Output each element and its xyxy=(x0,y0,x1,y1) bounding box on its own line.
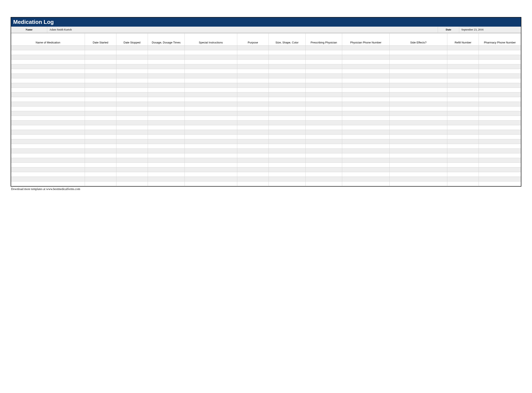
table-cell[interactable] xyxy=(447,60,479,64)
table-cell[interactable] xyxy=(11,158,85,163)
table-cell[interactable] xyxy=(85,64,116,69)
table-cell[interactable] xyxy=(237,149,268,153)
table-cell[interactable] xyxy=(237,107,268,111)
table-cell[interactable] xyxy=(268,135,305,139)
table-cell[interactable] xyxy=(85,102,116,107)
table-cell[interactable] xyxy=(148,144,184,149)
table-cell[interactable] xyxy=(342,93,389,97)
table-cell[interactable] xyxy=(184,107,237,111)
table-cell[interactable] xyxy=(305,125,342,130)
table-cell[interactable] xyxy=(184,116,237,121)
table-cell[interactable] xyxy=(148,50,184,55)
table-cell[interactable] xyxy=(447,167,479,172)
table-cell[interactable] xyxy=(342,153,389,158)
table-cell[interactable] xyxy=(479,79,521,83)
table-cell[interactable] xyxy=(184,102,237,107)
table-cell[interactable] xyxy=(237,97,268,102)
table-cell[interactable] xyxy=(447,50,479,55)
table-cell[interactable] xyxy=(85,125,116,130)
table-cell[interactable] xyxy=(11,97,85,102)
table-cell[interactable] xyxy=(447,111,479,116)
table-cell[interactable] xyxy=(342,163,389,167)
table-cell[interactable] xyxy=(389,139,447,144)
table-cell[interactable] xyxy=(447,83,479,88)
table-cell[interactable] xyxy=(237,93,268,97)
table-cell[interactable] xyxy=(85,116,116,121)
table-cell[interactable] xyxy=(11,130,85,135)
table-cell[interactable] xyxy=(447,182,479,186)
table-cell[interactable] xyxy=(389,163,447,167)
table-cell[interactable] xyxy=(268,64,305,69)
table-cell[interactable] xyxy=(237,111,268,116)
table-cell[interactable] xyxy=(148,97,184,102)
table-cell[interactable] xyxy=(11,182,85,186)
table-cell[interactable] xyxy=(342,60,389,64)
table-cell[interactable] xyxy=(447,135,479,139)
table-cell[interactable] xyxy=(342,74,389,79)
table-cell[interactable] xyxy=(11,69,85,74)
table-cell[interactable] xyxy=(389,153,447,158)
table-cell[interactable] xyxy=(342,130,389,135)
table-cell[interactable] xyxy=(389,102,447,107)
table-cell[interactable] xyxy=(85,111,116,116)
table-cell[interactable] xyxy=(85,60,116,64)
table-cell[interactable] xyxy=(305,163,342,167)
table-cell[interactable] xyxy=(85,149,116,153)
table-cell[interactable] xyxy=(148,172,184,177)
table-cell[interactable] xyxy=(237,139,268,144)
table-cell[interactable] xyxy=(11,88,85,93)
table-cell[interactable] xyxy=(479,69,521,74)
table-cell[interactable] xyxy=(268,79,305,83)
table-cell[interactable] xyxy=(148,60,184,64)
table-cell[interactable] xyxy=(342,97,389,102)
table-cell[interactable] xyxy=(479,139,521,144)
table-cell[interactable] xyxy=(148,163,184,167)
table-cell[interactable] xyxy=(116,177,148,182)
table-cell[interactable] xyxy=(479,60,521,64)
table-cell[interactable] xyxy=(148,102,184,107)
table-cell[interactable] xyxy=(237,167,268,172)
table-cell[interactable] xyxy=(447,130,479,135)
table-cell[interactable] xyxy=(389,83,447,88)
table-cell[interactable] xyxy=(237,116,268,121)
table-cell[interactable] xyxy=(85,121,116,125)
table-cell[interactable] xyxy=(11,153,85,158)
table-cell[interactable] xyxy=(11,46,85,50)
table-cell[interactable] xyxy=(305,97,342,102)
table-cell[interactable] xyxy=(116,97,148,102)
table-cell[interactable] xyxy=(479,144,521,149)
table-cell[interactable] xyxy=(184,149,237,153)
table-cell[interactable] xyxy=(85,144,116,149)
table-cell[interactable] xyxy=(479,130,521,135)
table-cell[interactable] xyxy=(268,163,305,167)
table-cell[interactable] xyxy=(447,149,479,153)
table-cell[interactable] xyxy=(305,50,342,55)
table-cell[interactable] xyxy=(342,102,389,107)
table-cell[interactable] xyxy=(342,116,389,121)
table-cell[interactable] xyxy=(148,158,184,163)
table-cell[interactable] xyxy=(389,97,447,102)
table-cell[interactable] xyxy=(11,177,85,182)
table-cell[interactable] xyxy=(116,153,148,158)
table-cell[interactable] xyxy=(479,125,521,130)
table-cell[interactable] xyxy=(447,46,479,50)
table-cell[interactable] xyxy=(305,83,342,88)
table-cell[interactable] xyxy=(148,121,184,125)
table-cell[interactable] xyxy=(447,55,479,60)
table-cell[interactable] xyxy=(342,139,389,144)
table-cell[interactable] xyxy=(184,130,237,135)
table-cell[interactable] xyxy=(184,79,237,83)
table-cell[interactable] xyxy=(184,60,237,64)
table-cell[interactable] xyxy=(184,55,237,60)
table-cell[interactable] xyxy=(11,163,85,167)
table-cell[interactable] xyxy=(389,50,447,55)
table-cell[interactable] xyxy=(11,111,85,116)
table-cell[interactable] xyxy=(237,46,268,50)
table-cell[interactable] xyxy=(305,135,342,139)
table-cell[interactable] xyxy=(148,177,184,182)
table-cell[interactable] xyxy=(447,177,479,182)
table-cell[interactable] xyxy=(305,139,342,144)
table-cell[interactable] xyxy=(268,158,305,163)
table-cell[interactable] xyxy=(389,60,447,64)
table-cell[interactable] xyxy=(116,55,148,60)
